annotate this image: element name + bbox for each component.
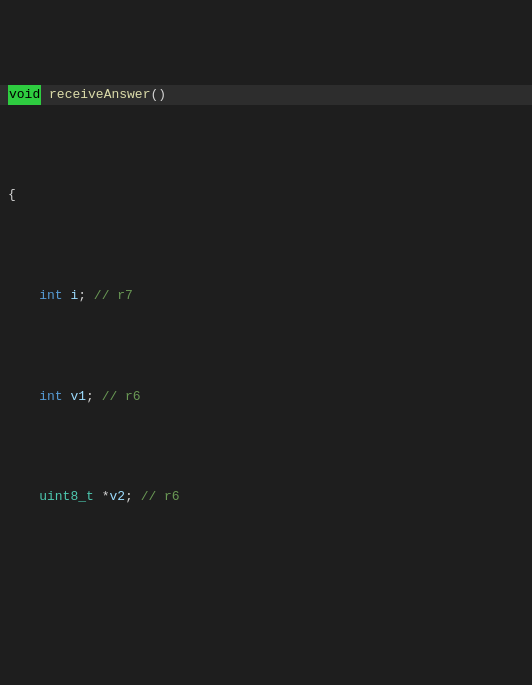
code-line-5 xyxy=(0,588,532,608)
code-line-2: int i; // r7 xyxy=(0,286,532,306)
code-line-header: void receiveAnswer() xyxy=(0,85,532,105)
void-keyword: void xyxy=(8,85,41,105)
code-line-1: { xyxy=(0,185,532,205)
code-container: void receiveAnswer() { int i; // r7 int … xyxy=(0,0,532,685)
code-line-4: uint8_t *v2; // r6 xyxy=(0,487,532,507)
code-line-3: int v1; // r6 xyxy=(0,387,532,407)
fn-decl: receiveAnswer() xyxy=(41,85,166,105)
